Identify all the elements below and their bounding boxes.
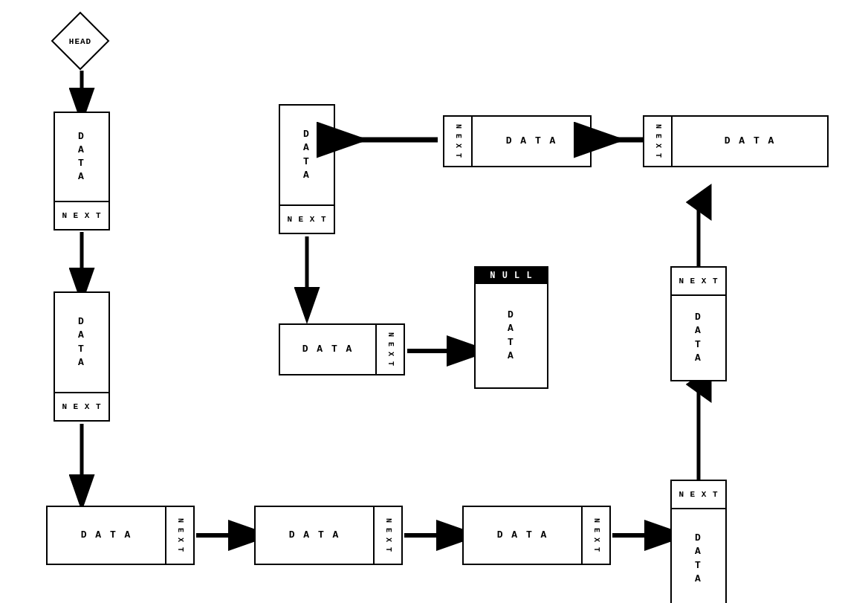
nodeB-next: N E X T (444, 117, 473, 166)
nodeB-data: D A T A (473, 117, 590, 166)
arrow-top-center-left (337, 132, 441, 147)
node3-next: N E X T (165, 507, 193, 564)
node7-next: N E X T (672, 268, 725, 296)
arrow-node1-down (74, 232, 89, 291)
node1-data: DATA (55, 113, 108, 201)
nodeD-next: N E X T (375, 325, 404, 374)
nodeC-data: D A T A (673, 117, 827, 166)
arrow-node2-down (74, 424, 89, 498)
arrow-node5-right (612, 528, 672, 543)
svg-text:HEAD: HEAD (69, 37, 91, 46)
node1: DATA N E X T (54, 112, 110, 230)
nodeD: D A T A N E X T (279, 323, 405, 375)
node6-data: DATA (672, 509, 725, 603)
nodeB: N E X T D A T A (443, 115, 592, 167)
nodeA-data: DATA (280, 106, 334, 204)
nodeC-next: N E X T (644, 117, 673, 166)
arrow-nodeA-down (299, 236, 314, 311)
nodeA-next: N E X T (280, 204, 334, 233)
arrow-node3-right (196, 528, 256, 543)
node4-next: N E X T (373, 507, 401, 564)
nodeNull-data: DATA (476, 284, 547, 387)
node3: D A T A N E X T (46, 506, 195, 565)
node6-next: N E X T (672, 481, 725, 509)
arrow-node7-up (691, 197, 706, 270)
node3-data: D A T A (48, 507, 165, 564)
node5-data: D A T A (464, 507, 581, 564)
node2-next: N E X T (55, 392, 108, 420)
node2: DATA N E X T (54, 291, 110, 422)
nodeC: N E X T D A T A (643, 115, 829, 167)
node7: N E X T DATA (670, 266, 727, 381)
node6: N E X T DATA (670, 480, 727, 603)
arrow-node6-up (691, 379, 706, 483)
arrow-head-to-node1 (74, 71, 89, 112)
node4: D A T A N E X T (254, 506, 403, 565)
diagram: HEAD DATA N E X T (0, 0, 868, 603)
arrow-node4-right (404, 528, 464, 543)
nodeD-data: D A T A (280, 325, 375, 374)
head-node: HEAD (51, 11, 110, 71)
node4-data: D A T A (256, 507, 373, 564)
nodeNull: N U L L DATA (474, 266, 548, 389)
null-label: N U L L (476, 268, 547, 284)
node1-next: N E X T (55, 201, 108, 229)
node2-data: DATA (55, 293, 108, 392)
node5: D A T A N E X T (462, 506, 611, 565)
node5-next: N E X T (581, 507, 609, 564)
node7-data: DATA (672, 296, 725, 380)
nodeA: DATA N E X T (279, 104, 335, 234)
arrow-nodeD-right (407, 344, 474, 358)
